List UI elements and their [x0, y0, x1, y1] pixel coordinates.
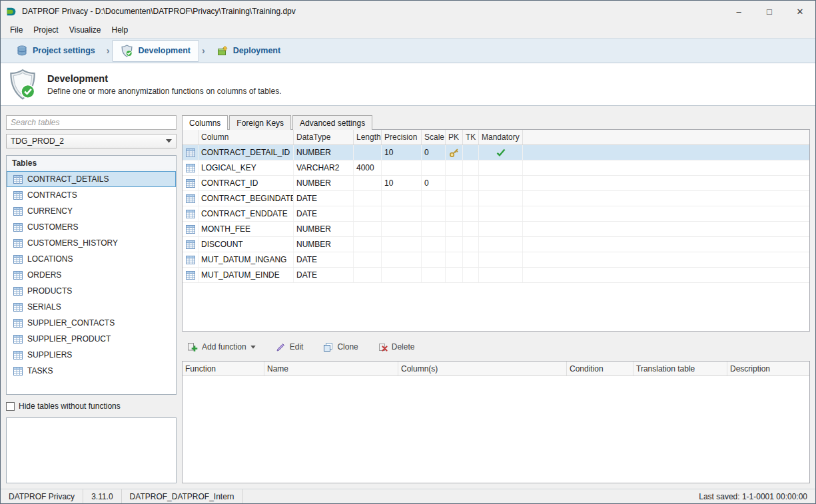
- sidebar-table-item[interactable]: ORDERS: [7, 267, 176, 283]
- header-mandatory[interactable]: Mandatory: [479, 130, 523, 144]
- fn-header-description[interactable]: Description: [727, 362, 809, 376]
- column-row[interactable]: CONTRACT_ENDDATEDATE: [183, 206, 809, 222]
- hide-tables-checkbox-label: Hide tables without functions: [19, 401, 121, 411]
- table-grid-icon: [13, 255, 23, 264]
- datatype-cell: NUMBER: [294, 145, 354, 160]
- tk-cell: [463, 176, 479, 190]
- table-grid-icon: [186, 225, 195, 234]
- column-row[interactable]: MUT_DATUM_INGANGDATE: [183, 252, 809, 268]
- scale-cell: [422, 206, 446, 221]
- pk-cell: [446, 176, 463, 190]
- datatype-cell: DATE: [294, 252, 354, 267]
- sidebar-table-item[interactable]: SUPPLIER_CONTACTS: [7, 315, 176, 331]
- tk-cell: [463, 252, 479, 267]
- breadcrumb: Project settings › Development › Deploym…: [1, 38, 815, 63]
- precision-cell: [382, 222, 422, 236]
- sidebar-table-item[interactable]: PRODUCTS: [7, 283, 176, 299]
- column-row[interactable]: CONTRACT_BEGINDATEDATE: [183, 191, 809, 206]
- add-function-button[interactable]: Add function: [185, 340, 258, 354]
- fn-header-translation-table[interactable]: Translation table: [633, 362, 727, 376]
- header-pk[interactable]: PK: [446, 130, 463, 144]
- breadcrumb-project-settings[interactable]: Project settings: [7, 40, 104, 61]
- table-name: SUPPLIER_CONTACTS: [27, 318, 115, 328]
- header-datatype[interactable]: DataType: [294, 130, 354, 144]
- column-row[interactable]: MONTH_FEENUMBER: [183, 222, 809, 237]
- fn-header-condition[interactable]: Condition: [567, 362, 633, 376]
- table-name: CUSTOMERS_HISTORY: [27, 238, 118, 248]
- breadcrumb-deployment[interactable]: Deployment: [208, 40, 290, 61]
- sidebar-table-item[interactable]: SUPPLIERS: [7, 347, 176, 363]
- table-grid-icon: [13, 319, 23, 328]
- sidebar-table-item[interactable]: SERIALS: [7, 299, 176, 315]
- tab-advanced-settings[interactable]: Advanced settings: [292, 115, 372, 130]
- app-logo-icon: [6, 6, 17, 17]
- status-version: 3.11.0: [83, 489, 121, 503]
- column-name-cell: CONTRACT_ID: [199, 176, 294, 190]
- tab-strip: Columns Foreign Keys Advanced settings: [182, 115, 810, 129]
- sidebar-table-item[interactable]: CUSTOMERS: [7, 219, 176, 235]
- header-column[interactable]: Column: [199, 130, 294, 144]
- length-cell: [354, 237, 382, 252]
- column-row[interactable]: CONTRACT_IDNUMBER100: [183, 176, 809, 191]
- edit-function-label: Edit: [290, 342, 304, 352]
- maximize-button[interactable]: □: [754, 1, 785, 22]
- status-bar: DATPROF Privacy 3.11.0 DATPROF_DATPROF_I…: [1, 489, 815, 503]
- fn-header-name[interactable]: Name: [264, 362, 398, 376]
- breadcrumb-development[interactable]: Development: [112, 40, 199, 62]
- search-tables-input[interactable]: [6, 115, 177, 130]
- sidebar-table-item[interactable]: SUPPLIER_PRODUCT: [7, 331, 176, 347]
- pk-cell: [446, 145, 463, 160]
- sidebar-table-item[interactable]: LOCATIONS: [7, 251, 176, 267]
- edit-function-button[interactable]: Edit: [273, 340, 306, 354]
- status-app-name: DATPROF Privacy: [1, 489, 83, 503]
- sidebar-table-item[interactable]: CURRENCY: [7, 203, 176, 219]
- pk-cell: [446, 237, 463, 252]
- tk-cell: [463, 191, 479, 206]
- delete-function-button[interactable]: Delete: [376, 340, 418, 354]
- close-button[interactable]: ✕: [785, 1, 815, 22]
- table-grid-icon: [186, 240, 195, 249]
- menu-file[interactable]: File: [5, 23, 28, 37]
- header-precision[interactable]: Precision: [382, 130, 422, 144]
- menu-visualize[interactable]: Visualize: [64, 23, 107, 37]
- tab-foreign-keys[interactable]: Foreign Keys: [229, 115, 291, 130]
- chevron-down-icon: [166, 139, 172, 143]
- mandatory-cell: [479, 160, 523, 175]
- sidebar-table-item[interactable]: CONTRACT_DETAILS: [7, 171, 176, 187]
- header-scale[interactable]: Scale: [422, 130, 446, 144]
- fn-header-function[interactable]: Function: [183, 362, 264, 376]
- hide-tables-checkbox-row[interactable]: Hide tables without functions: [6, 401, 177, 411]
- clone-function-button[interactable]: Clone: [320, 340, 360, 354]
- breadcrumb-label: Development: [138, 46, 191, 55]
- column-row[interactable]: LOGICAL_KEYVARCHAR24000: [183, 160, 809, 176]
- table-grid-icon: [13, 207, 23, 216]
- minimize-button[interactable]: –: [723, 1, 754, 22]
- header-tk[interactable]: TK: [463, 130, 479, 144]
- header-filler: [523, 130, 809, 144]
- title-bar: DATPROF Privacy - D:\Documenten\DATPROF\…: [1, 1, 815, 22]
- precision-cell: 10: [382, 176, 422, 190]
- column-row[interactable]: DISCOUNTNUMBER: [183, 237, 809, 252]
- header-length[interactable]: Length: [354, 130, 382, 144]
- tab-columns[interactable]: Columns: [182, 115, 228, 130]
- schema-dropdown[interactable]: TDG_PROD_2: [6, 134, 177, 148]
- sidebar-table-item[interactable]: TASKS: [7, 363, 176, 379]
- column-name-cell: CONTRACT_DETAIL_ID: [199, 145, 294, 160]
- table-grid-icon: [186, 256, 195, 264]
- menu-bar: File Project Visualize Help: [1, 22, 815, 38]
- datatype-cell: VARCHAR2: [294, 160, 354, 175]
- sidebar-table-item[interactable]: CUSTOMERS_HISTORY: [7, 235, 176, 251]
- pk-cell: [446, 268, 463, 282]
- menu-help[interactable]: Help: [107, 23, 134, 37]
- checkbox-icon[interactable]: [6, 402, 15, 411]
- column-row[interactable]: MUT_DATUM_EINDEDATE: [183, 268, 809, 283]
- content-area: TDG_PROD_2 Tables CONTRACT_DETAILSCONTRA…: [1, 106, 815, 489]
- table-grid-icon: [186, 194, 195, 203]
- tk-cell: [463, 222, 479, 236]
- scale-cell: 0: [422, 145, 446, 160]
- menu-project[interactable]: Project: [28, 23, 63, 37]
- sidebar-table-item[interactable]: CONTRACTS: [7, 187, 176, 203]
- column-row[interactable]: CONTRACT_DETAIL_IDNUMBER100: [183, 145, 809, 160]
- row-icon-cell: [183, 176, 199, 190]
- fn-header-columns[interactable]: Column(s): [398, 362, 567, 376]
